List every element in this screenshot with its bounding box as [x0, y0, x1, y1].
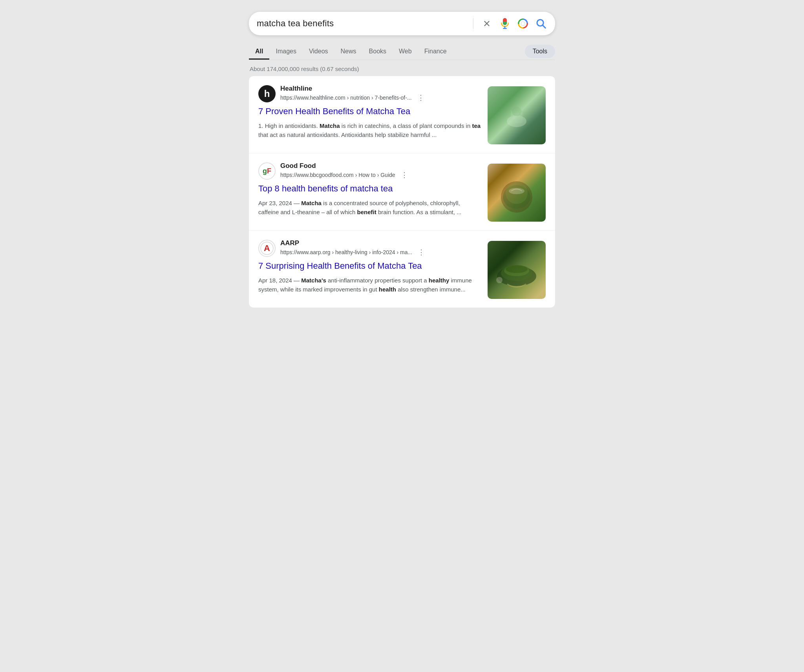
- site-name: Good Food: [280, 162, 481, 170]
- site-info: Healthline https://www.healthline.com › …: [280, 85, 481, 103]
- result-title[interactable]: 7 Surprising Health Benefits of Matcha T…: [258, 260, 481, 272]
- result-snippet: 1. High in antioxidants. Matcha is rich …: [258, 121, 481, 140]
- clear-search-button[interactable]: [481, 17, 493, 30]
- result-thumbnail: [488, 241, 546, 299]
- result-options-button[interactable]: ⋮: [416, 247, 426, 257]
- site-info: Good Food https://www.bbcgoodfood.com › …: [280, 162, 481, 180]
- result-header: A AARP https://www.aarp.org › healthy-li…: [258, 239, 481, 257]
- search-tabs: All Images Videos News Books Web Finance…: [249, 43, 555, 60]
- search-bar-container: matcha tea benefits: [249, 12, 555, 35]
- result-item: gF Good Food https://www.bbcgoodfood.com…: [249, 153, 555, 231]
- svg-point-5: [521, 22, 525, 25]
- lens-search-button[interactable]: [517, 17, 529, 30]
- result-title[interactable]: Top 8 health benefits of matcha tea: [258, 183, 481, 195]
- result-item: A AARP https://www.aarp.org › healthy-li…: [249, 231, 555, 308]
- site-url: https://www.bbcgoodfood.com › How to › G…: [280, 170, 481, 180]
- thumbnail-image: [488, 164, 546, 222]
- results-card: h Healthline https://www.healthline.com …: [249, 76, 555, 308]
- site-name: Healthline: [280, 85, 481, 93]
- tab-finance[interactable]: Finance: [418, 43, 453, 60]
- site-url: https://www.aarp.org › healthy-living › …: [280, 247, 481, 257]
- result-title[interactable]: 7 Proven Health Benefits of Matcha Tea: [258, 106, 481, 117]
- tab-all[interactable]: All: [249, 43, 269, 60]
- result-thumbnail: [488, 164, 546, 222]
- site-logo-goodfood: gF: [258, 162, 276, 180]
- svg-line-7: [543, 25, 545, 28]
- tab-images[interactable]: Images: [269, 43, 302, 60]
- svg-point-19: [506, 265, 528, 273]
- site-info: AARP https://www.aarp.org › healthy-livi…: [280, 239, 481, 257]
- result-main: h Healthline https://www.healthline.com …: [258, 85, 481, 139]
- thumbnail-image: [488, 86, 546, 144]
- tab-books[interactable]: Books: [363, 43, 393, 60]
- voice-search-button[interactable]: [499, 17, 511, 30]
- site-url: https://www.healthline.com › nutrition ›…: [280, 93, 481, 103]
- site-logo-aarp: A: [258, 240, 276, 257]
- svg-point-11: [512, 107, 521, 116]
- result-header: gF Good Food https://www.bbcgoodfood.com…: [258, 162, 481, 180]
- site-name: AARP: [280, 239, 481, 247]
- result-thumbnail: [488, 86, 546, 144]
- result-main: gF Good Food https://www.bbcgoodfood.com…: [258, 162, 481, 217]
- result-options-button[interactable]: ⋮: [416, 93, 426, 103]
- result-item: h Healthline https://www.healthline.com …: [249, 76, 555, 153]
- result-header: h Healthline https://www.healthline.com …: [258, 85, 481, 103]
- result-options-button[interactable]: ⋮: [399, 170, 409, 180]
- result-snippet: Apr 23, 2024 — Matcha is a concentrated …: [258, 199, 481, 217]
- search-submit-button[interactable]: [535, 17, 547, 30]
- tab-videos[interactable]: Videos: [303, 43, 334, 60]
- result-main: A AARP https://www.aarp.org › healthy-li…: [258, 239, 481, 294]
- search-icon-group: [481, 17, 547, 30]
- results-count: About 174,000,000 results (0.67 seconds): [249, 66, 555, 72]
- search-query-text: matcha tea benefits: [257, 18, 466, 29]
- tab-news[interactable]: News: [334, 43, 363, 60]
- tools-button[interactable]: Tools: [525, 45, 555, 58]
- result-snippet: Apr 18, 2024 — Matcha's anti-inflammator…: [258, 276, 481, 294]
- results-area: About 174,000,000 results (0.67 seconds)…: [249, 66, 555, 308]
- tab-web[interactable]: Web: [393, 43, 418, 60]
- site-logo-healthline: h: [258, 85, 276, 102]
- search-bar: matcha tea benefits: [249, 12, 555, 35]
- svg-point-20: [496, 277, 502, 283]
- search-divider: [473, 18, 473, 29]
- thumbnail-image: [488, 241, 546, 299]
